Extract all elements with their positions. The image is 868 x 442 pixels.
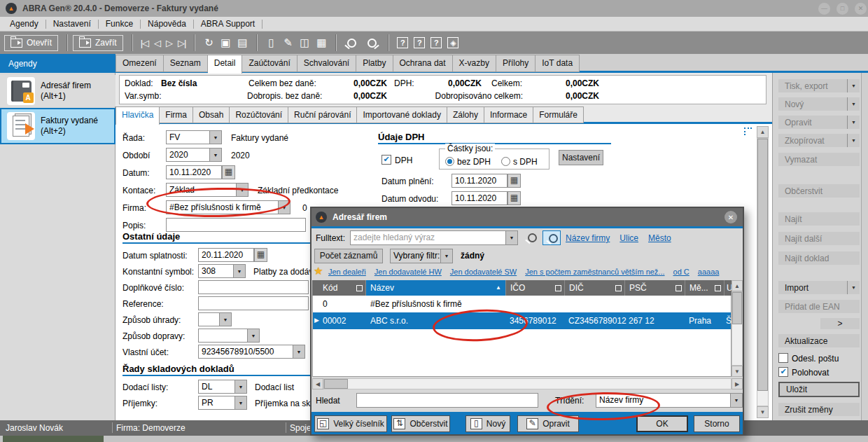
dropdown-arrow-icon[interactable] xyxy=(847,134,860,147)
dropdown-arrow-icon[interactable] xyxy=(293,345,304,358)
copy-record-icon[interactable]: ◫ xyxy=(296,36,313,49)
preview-icon[interactable]: ▣ xyxy=(217,36,234,49)
pane-resize-handle[interactable] xyxy=(744,127,752,135)
dialog-obcerstvit-button[interactable]: ⇅Občerstvit xyxy=(391,415,450,432)
dropdown-arrow-icon[interactable] xyxy=(847,79,860,92)
dropdown-arrow-icon[interactable] xyxy=(219,313,231,326)
calendar-icon[interactable] xyxy=(254,248,267,262)
form-scrollbar-thumb[interactable] xyxy=(757,139,768,391)
tab-iot-data[interactable]: IoT data xyxy=(536,55,580,72)
link-mesto[interactable]: Město xyxy=(648,233,671,243)
doprava-combo[interactable] xyxy=(198,329,260,343)
scroll-up-icon[interactable]: ▲ xyxy=(732,280,743,291)
print-icon[interactable]: ▤ xyxy=(234,36,251,49)
calendar-icon[interactable] xyxy=(507,191,521,205)
context-help-icon[interactable]: ? xyxy=(414,37,425,48)
dropdown-arrow-icon[interactable] xyxy=(730,394,742,407)
scroll-up-icon[interactable]: ▲ xyxy=(757,126,769,138)
velky-ciselnik-button[interactable]: ◱Velký číselník xyxy=(314,415,387,432)
quick-filter-dodavatele-sw[interactable]: Jen dodavatelé SW xyxy=(450,268,517,276)
scroll-down-icon[interactable]: ▼ xyxy=(757,406,769,418)
novy-button[interactable]: Nový xyxy=(778,97,860,111)
link-nazev-firmy[interactable]: Název firmy xyxy=(566,233,610,243)
polohovat-checkbox[interactable] xyxy=(778,367,788,377)
tab-ochrana-dat[interactable]: Ochrana dat xyxy=(393,55,453,72)
dropdown-arrow-icon[interactable] xyxy=(209,131,221,144)
najit-doklad-button[interactable]: Najít doklad xyxy=(778,251,860,265)
close-agenda-button[interactable]: Zavřít xyxy=(73,35,123,51)
subtab-firma[interactable]: Firma xyxy=(160,106,193,123)
column-header-kod[interactable]: Kód xyxy=(312,280,366,296)
dropdown-arrow-icon[interactable] xyxy=(440,249,452,263)
najit-dalsi-button[interactable]: Najít další xyxy=(778,232,860,245)
opravit-button[interactable]: Opravit xyxy=(778,116,860,129)
quick-filter-pocet-zamestnancu[interactable]: Jen s počtem zaměstnanců větším než... xyxy=(525,268,664,276)
dropdown-arrow-icon[interactable] xyxy=(505,231,517,244)
vybrany-filtr-combo[interactable]: Vybraný filtr: xyxy=(390,249,453,263)
fulltext-search-icon[interactable] xyxy=(528,233,537,242)
fulltext-advanced-search-icon[interactable] xyxy=(542,230,561,245)
nastaveni-button[interactable]: Nastavení xyxy=(559,150,603,165)
search-next-icon[interactable] xyxy=(368,39,377,48)
table-hscrollbar[interactable] xyxy=(323,378,732,389)
uhrada-combo[interactable] xyxy=(198,312,232,326)
dph-checkbox[interactable] xyxy=(382,155,391,165)
search-icon[interactable] xyxy=(347,39,356,48)
rada-combo[interactable]: FV xyxy=(166,130,222,144)
subtab-hlavicka[interactable]: Hlavička xyxy=(115,106,160,125)
column-header-dic[interactable]: DIČ xyxy=(565,280,625,296)
tab-prilohy[interactable]: Přílohy xyxy=(496,55,536,72)
fulltext-combo[interactable]: zadejte hledaný výraz xyxy=(350,230,518,245)
link-ulice[interactable]: Ulice xyxy=(620,233,638,243)
tisk-export-button[interactable]: Tisk, export xyxy=(778,79,860,92)
datum-odvodu-field[interactable]: 10.11.2020 xyxy=(451,191,507,205)
column-header-ico[interactable]: IČO xyxy=(506,280,565,296)
dialog-close-icon[interactable]: ✕ xyxy=(724,211,737,223)
column-header-psc[interactable]: PSČ xyxy=(625,280,685,296)
splatnost-field[interactable]: 20.11.2020 xyxy=(198,248,254,262)
delete-record-icon[interactable]: ▦ xyxy=(313,36,330,49)
subtab-importovane-doklady[interactable]: Importované doklady xyxy=(357,106,447,123)
sidebar-item-adresar-firem[interactable]: Adresář firem (Alt+1) xyxy=(0,75,115,106)
subtab-rozuctovani[interactable]: Rozúčtování xyxy=(230,106,288,123)
datum-field[interactable]: 10.11.2020 xyxy=(166,165,222,179)
about-icon[interactable]: ◈ xyxy=(447,37,458,48)
column-header-mesto[interactable]: Mě... xyxy=(685,280,724,296)
import-button[interactable]: Import xyxy=(778,281,860,294)
new-record-icon[interactable]: ▯ xyxy=(262,36,279,49)
menu-abra-support[interactable]: ABRA Support xyxy=(194,18,262,30)
ok-button[interactable]: OK xyxy=(636,415,688,432)
quick-filter-od-c[interactable]: od C xyxy=(673,268,690,276)
minimize-icon[interactable]: — xyxy=(818,3,830,15)
subtab-zalohy[interactable]: Zálohy xyxy=(447,106,484,123)
dropdown-arrow-icon[interactable] xyxy=(247,329,259,342)
menu-funkce[interactable]: Funkce xyxy=(99,18,140,30)
zkopirovat-button[interactable]: Zkopírovat xyxy=(778,134,860,147)
quick-filter-aaaaa[interactable]: aaaaa xyxy=(698,268,720,276)
aktualizace-button[interactable]: Aktualizace xyxy=(778,334,860,347)
datum-plneni-field[interactable]: 10.11.2020 xyxy=(451,174,507,188)
table-vscrollbar-thumb[interactable] xyxy=(732,292,742,324)
ulozit-button[interactable]: Uložit xyxy=(778,382,860,397)
subtab-obsah[interactable]: Obsah xyxy=(193,106,230,123)
menu-napoveda[interactable]: Nápověda xyxy=(141,18,193,30)
pridat-dle-ean-button[interactable]: Přidat dle EAN xyxy=(778,300,860,313)
calendar-icon[interactable] xyxy=(507,174,521,188)
dropdown-arrow-icon[interactable] xyxy=(233,265,245,277)
scroll-down-icon[interactable]: ▼ xyxy=(732,366,743,377)
sidebar-item-faktury-vydane[interactable]: Faktury vydané (Alt+2) xyxy=(0,108,115,144)
pr-combo[interactable]: PR xyxy=(198,396,247,410)
last-record-icon[interactable]: ▷| xyxy=(175,38,188,48)
subtab-rucni-parovani[interactable]: Ruční párování xyxy=(288,106,357,123)
dropdown-arrow-icon[interactable] xyxy=(847,97,860,111)
dropdown-arrow-icon[interactable] xyxy=(234,380,246,393)
maximize-icon[interactable]: □ xyxy=(836,3,848,15)
obcerstvit-button[interactable]: Občerstvit xyxy=(778,184,860,198)
dl-combo[interactable]: DL xyxy=(198,380,247,394)
quick-filter-jen-dealeri[interactable]: Jen dealeři xyxy=(328,268,366,276)
favorite-filter-star-icon[interactable]: ★ xyxy=(314,265,323,277)
previous-record-icon[interactable]: ◁ xyxy=(151,38,163,48)
dialog-novy-button[interactable]: ▯Nový xyxy=(465,415,510,432)
dropdown-arrow-icon[interactable] xyxy=(234,396,246,409)
bez-dph-radio[interactable] xyxy=(445,157,454,166)
